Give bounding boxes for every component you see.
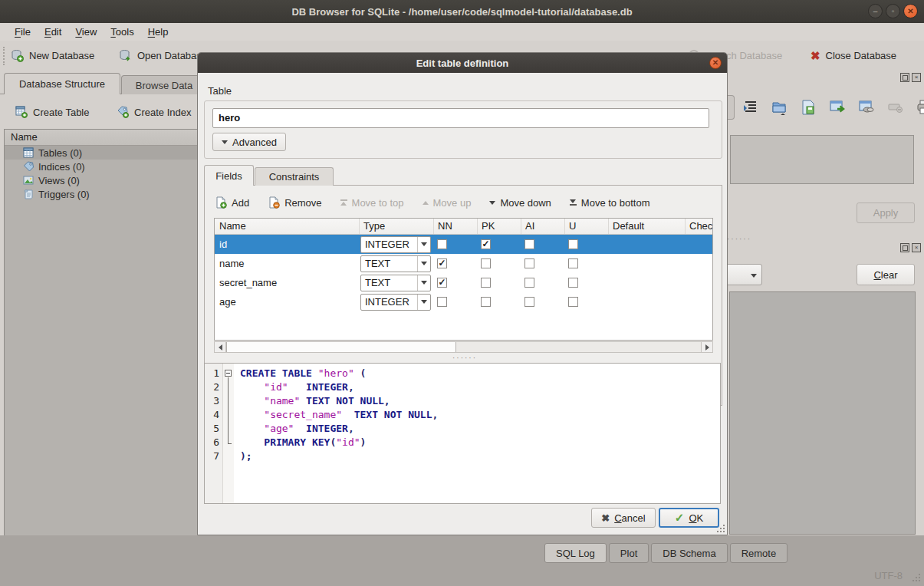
dock-close-icon[interactable]: × xyxy=(912,73,921,82)
pk-checkbox[interactable] xyxy=(481,297,491,307)
field-row-age[interactable]: age INTEGER xyxy=(215,292,713,311)
new-database-button[interactable]: New Database xyxy=(11,44,94,66)
u-checkbox[interactable] xyxy=(568,239,578,249)
remove-field-button[interactable]: Remove xyxy=(268,196,321,209)
minimize-button[interactable]: – xyxy=(868,4,883,18)
u-checkbox[interactable] xyxy=(568,278,578,288)
type-combo[interactable]: TEXT xyxy=(360,255,431,272)
tab-browse-data[interactable]: Browse Data xyxy=(121,75,207,94)
tab-fields[interactable]: Fields xyxy=(204,165,254,186)
menu-tools[interactable]: Tools xyxy=(104,25,140,39)
menu-edit[interactable]: Edit xyxy=(38,25,68,39)
window-resize-grip[interactable] xyxy=(912,574,920,581)
scroll-right-icon[interactable] xyxy=(701,342,712,352)
table-icon xyxy=(23,147,34,158)
table-name-input[interactable]: hero xyxy=(212,108,709,128)
nn-checkbox[interactable] xyxy=(437,297,447,307)
ai-checkbox[interactable] xyxy=(524,278,534,288)
ai-checkbox[interactable] xyxy=(524,258,534,268)
move-to-bottom-button[interactable]: Move to bottom xyxy=(570,197,650,209)
create-table-button[interactable]: Create Table xyxy=(15,102,89,122)
clear-label: Clear xyxy=(873,269,897,281)
tab-constraints-label: Constraints xyxy=(269,171,320,183)
dock-float-icon[interactable] xyxy=(900,243,909,252)
ai-checkbox[interactable] xyxy=(524,297,534,307)
cancel-button[interactable]: ✖ Cancel xyxy=(591,508,656,528)
u-checkbox[interactable] xyxy=(568,258,578,268)
sql-log-view xyxy=(729,291,916,535)
dialog-splitter-handle[interactable]: ······ xyxy=(442,354,488,362)
window-title: DB Browser for SQLite - /home/user/code/… xyxy=(291,6,632,18)
tab-remote[interactable]: Remote xyxy=(730,543,788,563)
pk-checkbox[interactable] xyxy=(481,278,491,288)
open-database-button[interactable]: Open Database xyxy=(119,44,207,66)
dialog-close-button[interactable]: ✕ xyxy=(709,57,722,69)
u-checkbox[interactable] xyxy=(568,297,578,307)
menu-help[interactable]: Help xyxy=(141,25,176,39)
chevron-down-icon xyxy=(751,274,757,278)
field-row-secret-name[interactable]: secret_name TEXT xyxy=(215,273,713,292)
save-file-icon[interactable] xyxy=(799,98,817,117)
create-index-button[interactable]: Create Index xyxy=(117,102,191,122)
execute-icon[interactable] xyxy=(828,98,847,117)
col-nn[interactable]: NN xyxy=(434,219,478,234)
pk-checkbox[interactable] xyxy=(481,239,491,249)
pk-checkbox[interactable] xyxy=(481,258,491,268)
col-u[interactable]: U xyxy=(565,219,609,234)
scrollbar-thumb[interactable] xyxy=(226,342,456,352)
link-icon[interactable] xyxy=(857,98,876,117)
close-database-button[interactable]: ✖ Close Database xyxy=(811,44,896,66)
tag-plus-icon xyxy=(117,106,129,118)
col-check[interactable]: Check xyxy=(686,219,713,234)
nn-checkbox[interactable] xyxy=(437,239,447,249)
maximize-button[interactable]: ▫ xyxy=(886,4,900,18)
move-down-button[interactable]: Move down xyxy=(489,197,551,209)
close-button[interactable]: ✕ xyxy=(903,4,918,18)
splitter-handle[interactable]: ······ xyxy=(727,235,781,243)
tab-sql-log[interactable]: SQL Log xyxy=(544,543,607,563)
col-pk[interactable]: PK xyxy=(478,219,521,234)
fields-grid: Name Type NN PK AI U Default Check id IN… xyxy=(214,218,713,341)
tab-constraints[interactable]: Constraints xyxy=(255,167,334,186)
menu-file[interactable]: File xyxy=(8,25,38,39)
col-ai[interactable]: AI xyxy=(521,219,565,234)
menu-view[interactable]: View xyxy=(68,25,104,39)
clear-button[interactable]: Clear xyxy=(857,264,915,285)
field-name[interactable]: secret_name xyxy=(215,277,360,288)
toolbar-grip[interactable] xyxy=(3,47,6,65)
fold-collapse-icon[interactable] xyxy=(225,370,232,377)
type-combo[interactable]: INTEGER xyxy=(360,236,431,253)
nn-checkbox[interactable] xyxy=(437,258,447,268)
col-default[interactable]: Default xyxy=(609,219,686,234)
tab-db-schema[interactable]: DB Schema xyxy=(651,543,727,563)
field-name[interactable]: id xyxy=(215,239,360,250)
advanced-button[interactable]: Advanced xyxy=(212,133,286,151)
indent-icon[interactable] xyxy=(741,98,759,117)
field-row-name[interactable]: name TEXT xyxy=(215,254,713,273)
sql-preview[interactable]: 1234567 CREATE TABLE "hero" ( "id" INTEG… xyxy=(204,363,721,504)
col-name[interactable]: Name xyxy=(215,219,360,234)
type-combo[interactable]: TEXT xyxy=(360,275,431,291)
add-field-button[interactable]: Add xyxy=(215,196,249,209)
ai-checkbox[interactable] xyxy=(524,239,534,249)
open-file-icon[interactable] xyxy=(770,98,788,117)
tab-plot[interactable]: Plot xyxy=(609,543,649,563)
grid-hscrollbar[interactable] xyxy=(214,341,713,353)
field-name[interactable]: age xyxy=(215,296,360,308)
nn-checkbox[interactable] xyxy=(437,278,447,288)
scroll-left-icon[interactable] xyxy=(215,342,226,352)
dock-close-icon[interactable]: × xyxy=(912,243,921,252)
dock-float-icon[interactable] xyxy=(900,73,909,82)
tab-fields-label: Fields xyxy=(215,170,242,182)
dialog-resize-grip[interactable] xyxy=(717,525,725,532)
field-name[interactable]: name xyxy=(215,258,360,269)
field-row-id[interactable]: id INTEGER xyxy=(215,235,713,254)
col-type[interactable]: Type xyxy=(360,219,434,234)
chevron-down-icon xyxy=(222,140,228,144)
database-new-icon xyxy=(11,49,24,62)
ok-button[interactable]: ✓ OK xyxy=(659,508,719,528)
type-combo[interactable]: INTEGER xyxy=(360,294,431,311)
print-icon[interactable] xyxy=(916,98,924,117)
move-to-top-label: Move to top xyxy=(352,197,404,209)
tab-database-structure[interactable]: Database Structure xyxy=(4,73,120,94)
